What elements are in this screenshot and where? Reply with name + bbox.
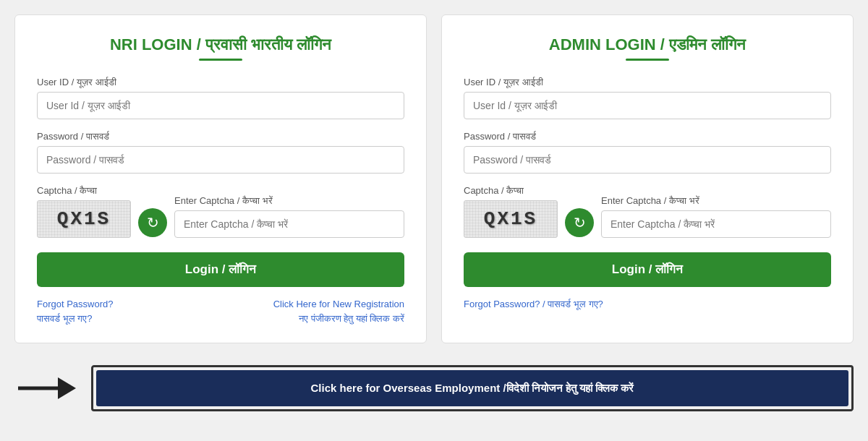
admin-password-input[interactable] — [464, 146, 831, 174]
panels-row: NRI LOGIN / प्रवासी भारतीय लॉगिन User ID… — [14, 14, 854, 343]
nri-panel-title: NRI LOGIN / प्रवासी भारतीय लॉगिन — [37, 35, 404, 54]
admin-userid-input[interactable] — [464, 92, 831, 119]
nri-userid-group: User ID / यूज़र आईडी — [37, 77, 404, 119]
nri-enter-captcha-section: Enter Captcha / कैप्चा भरें — [174, 195, 404, 238]
nri-password-group: Password / पासवर्ड — [37, 131, 404, 174]
svg-marker-1 — [58, 377, 76, 399]
overseas-btn-wrapper: Click here for Overseas Employment /विदे… — [91, 365, 854, 411]
admin-captcha-text: QX1S — [484, 208, 537, 230]
nri-login-button[interactable]: Login / लॉगिन — [37, 252, 404, 287]
nri-title-underline — [199, 59, 242, 61]
nri-forgot-password-link[interactable]: Forgot Password? — [37, 297, 114, 312]
nri-forgot-password-link-hindi[interactable]: पासवर्ड भूल गए? — [37, 312, 114, 326]
nri-password-label: Password / पासवर्ड — [37, 131, 404, 142]
admin-captcha-image-section: Captcha / कैप्चा QX1S — [464, 185, 558, 238]
nri-forgot-password-group: Forgot Password? पासवर्ड भूल गए? — [37, 297, 114, 325]
admin-captcha-label: Captcha / कैप्चा — [464, 185, 558, 197]
nri-new-registration-link-hindi[interactable]: नए पंजीकरण हेतु यहां क्लिक करें — [273, 312, 404, 326]
admin-captcha-image: QX1S — [464, 200, 558, 238]
admin-password-label: Password / पासवर्ड — [464, 131, 831, 142]
admin-captcha-row: Captcha / कैप्चा QX1S ↻ Enter Captcha / … — [464, 185, 831, 238]
overseas-employment-button[interactable]: Click here for Overseas Employment /विदे… — [96, 370, 848, 406]
admin-forgot-password-group: Forgot Password? / पासवर्ड भूल गए? — [464, 297, 603, 312]
nri-captcha-input[interactable] — [174, 210, 404, 238]
admin-panel-title: ADMIN LOGIN / एडमिन लॉगिन — [464, 35, 831, 54]
nri-footer-links: Forgot Password? पासवर्ड भूल गए? Click H… — [37, 297, 404, 325]
nri-captcha-text: QX1S — [57, 208, 111, 230]
admin-enter-captcha-label: Enter Captcha / कैप्चा भरें — [601, 195, 831, 207]
admin-footer-links: Forgot Password? / पासवर्ड भूल गए? — [464, 297, 831, 312]
arrow-box — [14, 370, 80, 406]
admin-userid-group: User ID / यूज़र आईडी — [464, 77, 831, 119]
nri-captcha-image: QX1S — [37, 200, 131, 238]
nri-captcha-row: Captcha / कैप्चा QX1S ↻ Enter Captcha / … — [37, 185, 404, 238]
nri-password-input[interactable] — [37, 146, 404, 174]
nri-login-panel: NRI LOGIN / प्रवासी भारतीय लॉगिन User ID… — [14, 14, 427, 343]
admin-captcha-input[interactable] — [601, 210, 831, 238]
nri-refresh-captcha-button[interactable]: ↻ — [138, 208, 167, 237]
nri-enter-captcha-label: Enter Captcha / कैप्चा भरें — [174, 195, 404, 207]
admin-title-underline — [626, 59, 669, 61]
admin-login-button[interactable]: Login / लॉगिन — [464, 252, 831, 287]
nri-userid-label: User ID / यूज़र आईडी — [37, 77, 404, 88]
admin-userid-label: User ID / यूज़र आईडी — [464, 77, 831, 88]
nri-captcha-image-section: Captcha / कैप्चा QX1S — [37, 185, 131, 238]
admin-enter-captcha-section: Enter Captcha / कैप्चा भरें — [601, 195, 831, 238]
admin-refresh-captcha-button[interactable]: ↻ — [565, 208, 594, 237]
nri-new-registration-group: Click Here for New Registration नए पंजीक… — [273, 297, 404, 325]
right-arrow-icon — [14, 370, 80, 406]
nri-userid-input[interactable] — [37, 92, 404, 119]
admin-login-panel: ADMIN LOGIN / एडमिन लॉगिन User ID / यूज़… — [441, 14, 854, 343]
nri-captcha-label: Captcha / कैप्चा — [37, 185, 131, 197]
admin-password-group: Password / पासवर्ड — [464, 131, 831, 174]
bottom-bar: Click here for Overseas Employment /विदे… — [14, 365, 854, 411]
admin-forgot-password-link[interactable]: Forgot Password? / पासवर्ड भूल गए? — [464, 297, 603, 312]
nri-new-registration-link[interactable]: Click Here for New Registration — [273, 297, 404, 312]
